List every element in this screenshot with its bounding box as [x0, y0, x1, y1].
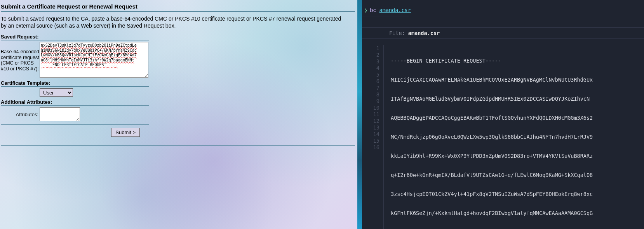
certificate-template-label: Certificate Template: [1, 80, 149, 87]
saved-request-caption: Base-64-encoded certificate request (CMC… [1, 42, 40, 72]
file-header-label: File: [389, 30, 405, 36]
submit-button[interactable]: Submit > [111, 128, 140, 137]
saved-request-textarea[interactable] [40, 42, 148, 78]
window-divider [357, 0, 362, 229]
attributes-textarea[interactable] [40, 107, 80, 121]
line-number-gutter: 12345678910111213141516 [362, 45, 384, 229]
certificate-template-select[interactable]: User [40, 88, 73, 97]
command-arg: amanda.csr [379, 7, 411, 13]
prompt-icon: ❯ [364, 7, 367, 13]
additional-attributes-label: Additional Attributes: [1, 99, 149, 106]
file-content: 12345678910111213141516 -----BEGIN CERTI… [362, 45, 644, 229]
saved-request-label: Saved Request: [1, 34, 149, 40]
command-name: bc [370, 7, 376, 13]
terminal-command-line[interactable]: ❯ bc amanda.csr [362, 0, 644, 14]
code-lines: -----BEGIN CERTIFICATE REQUEST----- MIIC… [384, 45, 593, 229]
attributes-label: Attributes: [1, 112, 40, 117]
file-header: File: amanda.csr [362, 27, 644, 39]
file-header-name: amanda.csr [408, 30, 440, 36]
certificate-request-form: Submit a Certificate Request or Renewal … [0, 0, 357, 229]
footer-divider [1, 145, 355, 146]
intro-paragraph: To submit a saved request to the CA, pas… [1, 15, 343, 29]
page-title: Submit a Certificate Request or Renewal … [1, 3, 355, 12]
terminal-panel: ❯ bc amanda.csr File: amanda.csr 1234567… [362, 0, 644, 229]
